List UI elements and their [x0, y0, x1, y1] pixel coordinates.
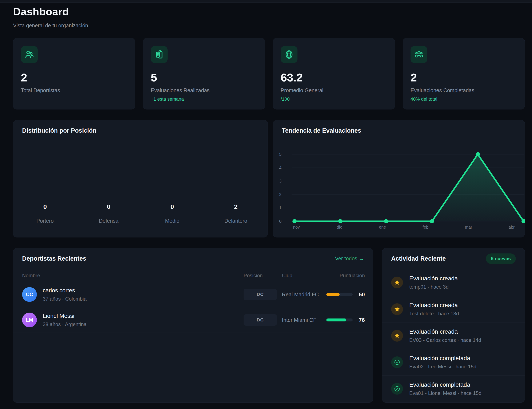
table-column-headers: Nombre Posición Club Puntuación	[13, 269, 373, 282]
panel-header: Distribución por Posición	[13, 120, 268, 141]
score-value: 76	[356, 317, 365, 323]
globe-icon	[281, 46, 298, 63]
column-header-puntuacion: Puntuación	[326, 273, 365, 279]
position-label: Delantero	[204, 218, 268, 224]
check-circle-icon	[391, 383, 403, 395]
svg-text:4: 4	[279, 166, 281, 170]
position-label: Medio	[140, 218, 204, 224]
panel-title: Deportistas Recientes	[22, 255, 86, 262]
users-group-icon	[411, 46, 427, 63]
activity-meta: temp01 · hace 3d	[409, 284, 458, 290]
activity-item: Evaluación completada Eva01 - Lionel Mes…	[382, 375, 525, 402]
activity-title: Evaluación creada	[409, 275, 458, 282]
clipboard-icon	[151, 46, 168, 63]
panel-title: Tendencia de Evaluaciones	[282, 127, 361, 134]
stat-label: Evaluaciones Completadas	[411, 87, 517, 93]
activity-meta: Test delete · hace 13d	[409, 311, 459, 316]
check-circle-icon	[391, 356, 403, 368]
activity-meta: Eva02 - Leo Messi · hace 15d	[409, 364, 476, 370]
position-col-delantero: 2 Delantero	[204, 203, 268, 224]
athlete-club: Real Madrid FC	[282, 292, 326, 298]
top-bar	[0, 0, 532, 3]
lists-row: Deportistas Recientes Ver todos → Nombre…	[13, 248, 525, 403]
svg-text:0: 0	[279, 219, 281, 223]
stat-card-promedio-general: 63.2 Promedio General /100	[273, 38, 395, 110]
position-badge: DC	[243, 289, 277, 300]
athlete-name: Lionel Messi	[43, 313, 86, 319]
stat-label: Evaluaciones Realizadas	[151, 87, 257, 93]
activity-item: Evaluación completada Eva02 - Leo Messi …	[382, 349, 525, 375]
position-col-medio: 0 Medio	[140, 203, 204, 224]
stat-value: 2	[411, 71, 517, 84]
avatar: CC	[22, 287, 37, 302]
svg-text:1: 1	[279, 205, 281, 210]
stat-label: Total Deportistas	[21, 87, 127, 93]
position-count: 0	[77, 203, 140, 210]
activity-meta: EV03 - Carlos cortes · hace 14d	[409, 337, 481, 343]
svg-text:mar: mar	[465, 225, 472, 229]
panel-header: Actividad Reciente 5 nuevas	[382, 248, 525, 269]
stat-card-evaluaciones-realizadas: 5 Evaluaciones Realizadas +1 esta semana	[143, 38, 265, 110]
position-col-defensa: 0 Defensa	[77, 203, 140, 224]
position-count: 0	[13, 203, 77, 210]
evaluations-trend-chart[interactable]: 012345novdicenefebmarabr	[273, 141, 525, 237]
star-icon	[391, 303, 403, 315]
position-count: 0	[140, 203, 204, 210]
users-icon	[21, 46, 38, 63]
table-row[interactable]: LM Lionel Messi 38 años · Argentina DC I…	[13, 307, 373, 333]
svg-text:3: 3	[279, 179, 281, 183]
activity-meta: Eva01 - Lionel Messi · hace 15d	[409, 390, 481, 396]
score-bar-fill	[326, 318, 346, 321]
stat-sub: 40% del total	[411, 96, 517, 102]
score-bar-track	[326, 293, 353, 296]
stat-value: 2	[21, 71, 127, 84]
stat-cards-row: 2 Total Deportistas 5 Evaluaciones Reali…	[13, 38, 525, 110]
recent-activity-panel: Actividad Reciente 5 nuevas Evaluación c…	[382, 248, 525, 403]
position-label: Defensa	[77, 218, 140, 224]
stat-card-evaluaciones-completadas: 2 Evaluaciones Completadas 40% del total	[403, 38, 525, 110]
svg-text:abr: abr	[509, 225, 515, 229]
stat-sub: /100	[281, 96, 387, 102]
panel-title: Actividad Reciente	[391, 255, 446, 262]
evaluations-trend-panel: Tendencia de Evaluaciones 012345novdicen…	[273, 120, 525, 237]
position-badge: DC	[243, 314, 277, 326]
athlete-meta: 38 años · Argentina	[43, 321, 86, 327]
activity-item: Evaluación creada temp01 · hace 3d	[382, 269, 525, 296]
new-count-badge: 5 nuevas	[486, 253, 516, 264]
activity-item: Evaluación creada Test delete · hace 13d	[382, 296, 525, 322]
panel-header: Tendencia de Evaluaciones	[273, 120, 525, 141]
athlete-name: carlos cortes	[43, 287, 86, 294]
dashboard-page: Dashboard Vista general de tu organizaci…	[13, 3, 525, 403]
svg-text:nov: nov	[293, 225, 300, 229]
position-count: 2	[204, 203, 268, 210]
avatar: LM	[22, 313, 37, 327]
stat-card-total-deportistas: 2 Total Deportistas	[13, 38, 135, 110]
svg-text:dic: dic	[337, 225, 342, 229]
view-all-link[interactable]: Ver todos →	[335, 256, 364, 262]
svg-text:2: 2	[279, 192, 281, 197]
score-value: 50	[356, 291, 365, 298]
activity-title: Evaluación completada	[409, 381, 481, 388]
activity-title: Evaluación creada	[409, 302, 459, 309]
activity-item: Evaluación creada EV03 - Carlos cortes ·…	[382, 322, 525, 349]
column-header-club: Club	[282, 273, 326, 279]
activity-title: Evaluación creada	[409, 328, 481, 335]
svg-text:feb: feb	[422, 225, 429, 229]
position-label: Portero	[13, 218, 77, 224]
page-subtitle: Vista general de tu organización	[13, 23, 525, 29]
star-icon	[391, 277, 403, 288]
svg-text:ene: ene	[379, 225, 386, 229]
svg-text:5: 5	[279, 152, 281, 157]
column-header-posicion: Posición	[243, 273, 282, 279]
position-distribution-panel: Distribución por Posición 0 Portero 0 De…	[13, 120, 268, 237]
table-row[interactable]: CC carlos cortes 37 años · Colombia DC R…	[13, 282, 373, 307]
activity-title: Evaluación completada	[409, 355, 476, 362]
star-icon	[391, 330, 403, 342]
stat-sub: +1 esta semana	[151, 96, 257, 102]
stat-value: 63.2	[281, 71, 387, 84]
panel-title: Distribución por Posición	[22, 127, 96, 134]
score-bar-fill	[326, 293, 340, 296]
panel-header: Deportistas Recientes Ver todos →	[13, 248, 373, 269]
score-bar-track	[326, 318, 353, 321]
athlete-club: Inter Miami CF	[282, 317, 326, 323]
